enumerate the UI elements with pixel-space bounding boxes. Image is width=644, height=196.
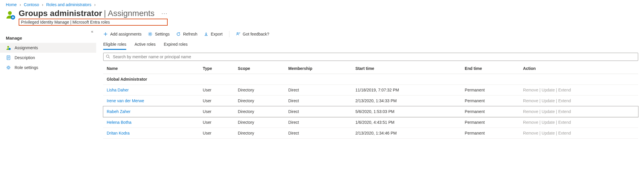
cell-end: Permanent — [461, 85, 520, 96]
cell-start: 11/18/2019, 7:07:32 PM — [352, 85, 461, 96]
page-title-row: Groups administrator | Assignments ··· P… — [0, 8, 644, 26]
extend-action[interactable]: Extend — [558, 88, 571, 92]
table-row[interactable]: Helena BothaUserDirectoryDirect1/6/2020,… — [103, 117, 638, 128]
cell-name: Irene van der Merwe — [103, 96, 199, 106]
update-action[interactable]: Update — [542, 131, 555, 135]
search-icon — [106, 54, 110, 59]
tab-eligible-roles[interactable]: Eligible roles — [103, 40, 126, 50]
breadcrumb-contoso[interactable]: Contoso — [24, 2, 39, 7]
group-header-row: Global Administrator — [103, 74, 638, 85]
export-button[interactable]: Export — [204, 32, 222, 36]
svg-point-9 — [149, 33, 151, 35]
search-input[interactable] — [112, 54, 636, 59]
tabs: Eligible roles Active roles Expired role… — [103, 40, 638, 50]
collapse-sidebar-icon[interactable]: « — [91, 29, 93, 34]
extend-action[interactable]: Extend — [558, 109, 571, 114]
toolbar-label: Got feedback? — [243, 32, 269, 36]
cell-type: User — [199, 128, 234, 139]
extend-action[interactable]: Extend — [558, 98, 571, 103]
cell-scope: Directory — [234, 106, 285, 117]
col-type[interactable]: Type — [199, 63, 234, 74]
toolbar: Add assignments Settings Refresh Export … — [103, 29, 638, 40]
tab-active-roles[interactable]: Active roles — [134, 40, 155, 50]
add-assignments-button[interactable]: Add assignments — [103, 32, 141, 36]
refresh-icon — [176, 32, 181, 36]
sidebar-item-role-settings[interactable]: Role settings — [0, 63, 96, 73]
sidebar-item-assignments[interactable]: Assignments — [0, 43, 96, 53]
cell-actions: Remove|Update|Extend — [520, 117, 638, 128]
update-action[interactable]: Update — [542, 88, 555, 92]
cell-start: 1/6/2020, 4:43:51 PM — [352, 117, 461, 128]
cell-scope: Directory — [234, 96, 285, 106]
col-scope[interactable]: Scope — [234, 63, 285, 74]
table-row[interactable]: Irene van der MerweUserDirectoryDirect2/… — [103, 96, 638, 106]
table-row[interactable]: Dritan KodraUserDirectoryDirect2/13/2020… — [103, 128, 638, 139]
svg-point-11 — [106, 55, 109, 57]
more-icon[interactable]: ··· — [162, 10, 168, 17]
svg-point-2 — [7, 46, 9, 48]
cell-membership: Direct — [285, 117, 352, 128]
breadcrumb-roles[interactable]: Roles and administrators — [46, 2, 91, 7]
col-end[interactable]: End time — [461, 63, 520, 74]
member-name-link[interactable]: Lisha Daher — [107, 88, 129, 92]
refresh-button[interactable]: Refresh — [176, 32, 197, 36]
page-title-bold: Groups administrator — [19, 9, 102, 18]
settings-button[interactable]: Settings — [148, 32, 170, 36]
cell-membership: Direct — [285, 106, 352, 117]
svg-line-12 — [109, 57, 110, 58]
cell-start: 2/13/2020, 1:34:33 PM — [352, 96, 461, 106]
sidebar-item-description[interactable]: Description — [0, 53, 96, 63]
cell-end: Permanent — [461, 117, 520, 128]
member-name-link[interactable]: Rabeh Zaher — [107, 109, 131, 114]
remove-action[interactable]: Remove — [523, 131, 538, 135]
cell-actions: Remove|Update|Extend — [520, 106, 638, 117]
cell-membership: Direct — [285, 128, 352, 139]
breadcrumb-home[interactable]: Home — [6, 2, 17, 7]
remove-action[interactable]: Remove — [523, 120, 538, 125]
user-icon — [6, 45, 11, 50]
toolbar-label: Add assignments — [110, 32, 141, 36]
table-row[interactable]: Lisha DaherUserDirectoryDirect11/18/2019… — [103, 85, 638, 96]
cell-type: User — [199, 85, 234, 96]
member-name-link[interactable]: Irene van der Merwe — [107, 98, 144, 103]
col-name[interactable]: Name — [103, 63, 199, 74]
col-membership[interactable]: Membership — [285, 63, 352, 74]
cell-start: 5/6/2020, 1:53:03 PM — [352, 106, 461, 117]
page-subtitle: Privileged Identity Manage | Microsoft E… — [19, 19, 168, 26]
member-name-link[interactable]: Dritan Kodra — [107, 131, 130, 135]
extend-action[interactable]: Extend — [558, 131, 571, 135]
chevron-right-icon: › — [42, 2, 43, 7]
update-action[interactable]: Update — [542, 98, 555, 103]
toolbar-label: Export — [211, 32, 222, 36]
feedback-button[interactable]: Got feedback? — [236, 32, 269, 36]
feedback-icon — [236, 32, 241, 36]
svg-point-3 — [9, 48, 11, 50]
remove-action[interactable]: Remove — [523, 98, 538, 103]
cell-start: 2/13/2020, 1:34:46 PM — [352, 128, 461, 139]
tab-expired-roles[interactable]: Expired roles — [164, 40, 188, 50]
search-box[interactable] — [103, 53, 638, 61]
extend-action[interactable]: Extend — [558, 120, 571, 125]
chevron-right-icon: › — [20, 2, 21, 7]
remove-action[interactable]: Remove — [523, 88, 538, 92]
member-name-link[interactable]: Helena Botha — [107, 120, 131, 125]
col-action[interactable]: Action — [520, 63, 638, 74]
col-start[interactable]: Start time — [352, 63, 461, 74]
cell-scope: Directory — [234, 117, 285, 128]
update-action[interactable]: Update — [542, 120, 555, 125]
cell-membership: Direct — [285, 96, 352, 106]
cell-scope: Directory — [234, 128, 285, 139]
sidebar: « Manage Assignments Description Role se… — [0, 29, 96, 139]
table-row[interactable]: Rabeh ZaherUserDirectoryDirect5/6/2020, … — [103, 106, 638, 117]
page-title-light: | Assignments — [104, 9, 155, 18]
svg-point-10 — [237, 33, 238, 34]
doc-icon — [6, 55, 11, 60]
sidebar-item-label: Assignments — [15, 45, 38, 50]
role-user-icon — [6, 10, 16, 20]
main-content: Add assignments Settings Refresh Export … — [96, 29, 644, 139]
update-action[interactable]: Update — [542, 109, 555, 114]
remove-action[interactable]: Remove — [523, 109, 538, 114]
cell-name: Dritan Kodra — [103, 128, 199, 139]
gear-icon — [148, 32, 152, 36]
sidebar-item-label: Description — [15, 55, 35, 60]
